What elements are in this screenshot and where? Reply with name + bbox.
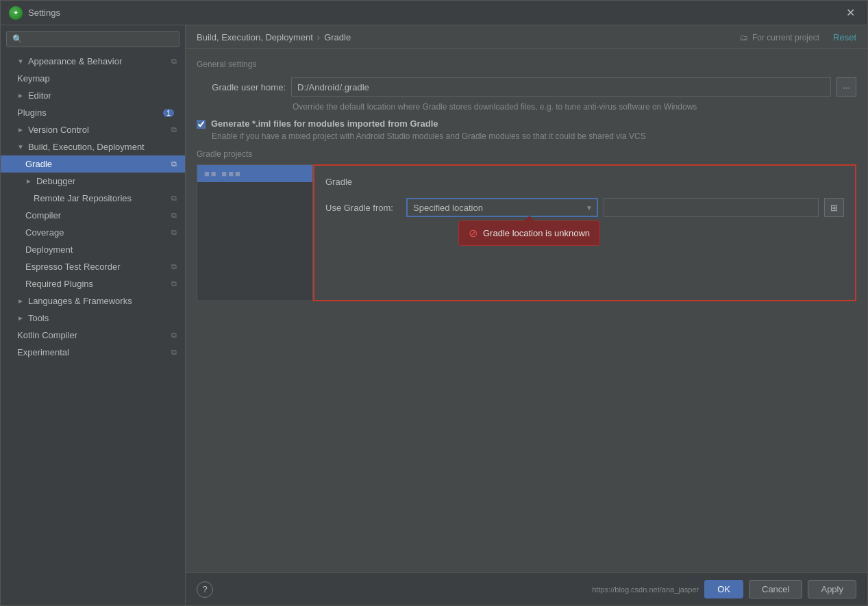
sidebar-item-label: Compiler [25, 210, 61, 220]
generate-iml-checkbox[interactable] [197, 120, 206, 129]
copy-icon: ⧉ [171, 331, 177, 340]
sidebar-item-appearance[interactable]: ▼ Appearance & Behavior ⧉ [1, 53, 185, 70]
sidebar-item-label: Deployment [25, 244, 73, 255]
copy-icon: ⧉ [171, 211, 177, 220]
panel-body: General settings Gradle user home: ··· O… [186, 49, 867, 572]
ok-button[interactable]: OK [704, 580, 743, 598]
app-icon: ✦ [9, 6, 23, 20]
collapse-arrow-icon: ► [17, 297, 24, 305]
right-panel: Build, Execution, Deployment › Gradle 🗂 … [186, 25, 867, 605]
gradle-home-label: Gradle user home: [197, 82, 286, 92]
panel-header: Build, Execution, Deployment › Gradle 🗂 … [186, 25, 867, 49]
gradle-config-box: Gradle Use Gradle from: Specified locati… [313, 164, 856, 301]
copy-icon: ⧉ [171, 228, 177, 237]
search-icon: 🔍 [12, 34, 23, 44]
gradle-path-browse-button[interactable]: ⊞ [824, 198, 844, 217]
sidebar-item-compiler[interactable]: Compiler ⧉ [1, 207, 185, 224]
sidebar-item-experimental[interactable]: Experimental ⧉ [1, 344, 185, 361]
gradle-home-row: Gradle user home: ··· [197, 77, 856, 97]
gradle-home-browse-button[interactable]: ··· [836, 77, 856, 97]
close-button[interactable]: ✕ [842, 5, 859, 21]
sidebar-item-gradle[interactable]: Gradle ⧉ [1, 155, 185, 173]
collapse-arrow-icon: ▼ [17, 58, 24, 65]
sidebar-item-keymap[interactable]: Keymap [1, 70, 185, 87]
sidebar-item-editor[interactable]: ► Editor [1, 87, 185, 104]
gradle-home-input[interactable] [291, 77, 831, 97]
general-section-label: General settings [197, 60, 856, 69]
use-gradle-from-label: Use Gradle from: [325, 203, 401, 213]
copy-icon: ⧉ [171, 57, 177, 66]
collapse-arrow-icon: ► [17, 126, 24, 134]
collapse-arrow-icon: ► [17, 92, 24, 99]
help-button[interactable]: ? [197, 581, 213, 598]
titlebar: ✦ Settings ✕ [1, 1, 867, 25]
sidebar-item-tools[interactable]: ► Tools [1, 310, 185, 327]
sidebar-item-required-plugins[interactable]: Required Plugins ⧉ [1, 275, 185, 292]
copy-icon: ⧉ [171, 160, 177, 168]
project-list: ■■ ■■■ [197, 164, 313, 301]
sidebar-item-label: Appearance & Behavior [28, 56, 122, 66]
project-icon: 🗂 [740, 33, 748, 42]
footer-right: https://blog.csdn.net/ana_jasper OK Canc… [592, 580, 856, 598]
sidebar-item-label: Debugger [36, 176, 75, 186]
sidebar-item-label: Tools [28, 313, 49, 323]
settings-window: ✦ Settings ✕ 🔍 ▼ Appearance & Behavior ⧉… [0, 0, 868, 606]
sidebar-item-label: Gradle [25, 159, 52, 169]
sidebar-item-deployment[interactable]: Deployment [1, 241, 185, 258]
sidebar-item-kotlin[interactable]: Kotlin Compiler ⧉ [1, 327, 185, 344]
sidebar-item-version-control[interactable]: ► Version Control ⧉ [1, 121, 185, 138]
project-list-item[interactable]: ■■ ■■■ [197, 165, 312, 182]
sidebar-item-build-exec[interactable]: ▼ Build, Execution, Deployment [1, 138, 185, 155]
sidebar-item-label: Version Control [28, 125, 89, 135]
copy-icon: ⧉ [171, 194, 177, 203]
plugins-badge: 1 [163, 109, 174, 117]
sidebar-item-coverage[interactable]: Coverage ⧉ [1, 224, 185, 241]
error-tooltip: ⊘ Gradle location is unknown [458, 220, 600, 246]
gradle-from-select[interactable]: Specified location Gradle wrapper Local … [406, 198, 598, 217]
projects-area: ■■ ■■■ Gradle Use Gradle from: Specified… [197, 164, 856, 301]
sidebar-item-label: Build, Execution, Deployment [28, 142, 145, 152]
cancel-button[interactable]: Cancel [749, 580, 802, 598]
sidebar-item-espresso[interactable]: Espresso Test Recorder ⧉ [1, 258, 185, 275]
titlebar-left: ✦ Settings [9, 6, 60, 20]
sidebar-item-label: Plugins [17, 108, 47, 118]
sidebar-item-label: Remote Jar Repositories [34, 193, 132, 203]
footer: ? https://blog.csdn.net/ana_jasper OK Ca… [186, 572, 867, 605]
copy-icon: ⧉ [171, 348, 177, 357]
url-text: https://blog.csdn.net/ana_jasper [592, 585, 699, 594]
generate-iml-row: Generate *.iml files for modules importe… [197, 118, 856, 129]
gradle-config-title: Gradle [325, 177, 844, 187]
sidebar-item-debugger[interactable]: ► Debugger [1, 173, 185, 190]
sidebar-item-label: Keymap [17, 73, 50, 84]
collapse-arrow-icon: ► [25, 177, 32, 185]
gradle-projects-label: Gradle projects [197, 149, 856, 159]
breadcrumb-parent: Build, Execution, Deployment [197, 32, 313, 42]
sidebar-item-label: Experimental [17, 347, 69, 357]
gradle-home-hint: Override the default location where Grad… [197, 102, 856, 112]
sidebar-item-languages[interactable]: ► Languages & Frameworks [1, 292, 185, 310]
gradle-path-input[interactable] [604, 198, 819, 217]
footer-left: ? [197, 581, 213, 598]
sidebar-item-plugins[interactable]: Plugins 1 [1, 104, 185, 121]
sidebar-item-label: Required Plugins [25, 279, 93, 289]
breadcrumb: Build, Execution, Deployment › Gradle [197, 32, 351, 42]
sidebar-item-label: Languages & Frameworks [28, 296, 132, 306]
sidebar-item-remote-jar[interactable]: Remote Jar Repositories ⧉ [1, 190, 185, 207]
copy-icon: ⧉ [171, 279, 177, 288]
search-box[interactable]: 🔍 [6, 31, 179, 47]
collapse-arrow-icon: ► [17, 314, 24, 322]
sidebar-item-label: Kotlin Compiler [17, 330, 77, 340]
for-project-label: 🗂 For current project [740, 33, 819, 42]
window-title: Settings [28, 8, 60, 18]
error-icon: ⊘ [469, 227, 478, 240]
error-message: Gradle location is unknown [483, 228, 590, 238]
apply-button[interactable]: Apply [808, 580, 856, 598]
main-content: 🔍 ▼ Appearance & Behavior ⧉ Keymap ► Edi… [1, 25, 867, 605]
search-input[interactable] [27, 34, 173, 44]
sidebar: 🔍 ▼ Appearance & Behavior ⧉ Keymap ► Edi… [1, 25, 186, 605]
use-gradle-from-row: Use Gradle from: Specified location Grad… [325, 198, 844, 217]
generate-iml-sublabel: Enable if you have a mixed project with … [197, 131, 856, 141]
sidebar-item-label: Espresso Test Recorder [25, 262, 121, 272]
gradle-from-select-wrapper: Specified location Gradle wrapper Local … [406, 198, 598, 217]
reset-button[interactable]: Reset [833, 32, 856, 42]
